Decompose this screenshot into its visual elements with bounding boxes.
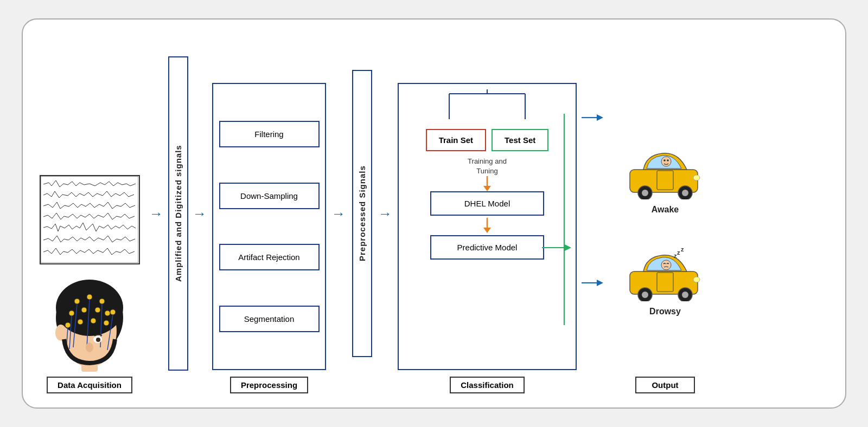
svg-point-11 (105, 310, 110, 316)
svg-point-4 (55, 325, 66, 341)
amplified-signals-label: Amplified and Digitized signals (168, 56, 188, 371)
eeg-head-illustration (43, 269, 136, 374)
top-connector-svg (406, 89, 569, 119)
output-label: Output (635, 377, 694, 393)
classification-inner: Training andTuning DHEL Model (404, 151, 570, 364)
eeg-signal-box (40, 175, 140, 264)
svg-point-45 (642, 190, 648, 196)
predictive-model-box: Predictive Model (430, 235, 544, 260)
awake-car-illustration (627, 145, 703, 199)
preprocessing-label: Preprocessing (230, 377, 308, 393)
svg-marker-35 (483, 228, 491, 233)
dhel-model-box: DHEL Model (430, 191, 544, 216)
arrow-to-awake (582, 111, 603, 124)
svg-point-14 (91, 318, 96, 324)
svg-marker-40 (597, 114, 603, 121)
svg-point-10 (95, 307, 100, 313)
svg-point-27 (96, 338, 100, 342)
preprocessed-signals-label: Preprocessed Signals (352, 70, 372, 357)
svg-point-7 (99, 299, 105, 304)
output-arrows (579, 29, 605, 316)
classification-section: Train Set Test Set Training andTuning (395, 29, 579, 398)
svg-point-5 (74, 299, 80, 304)
svg-marker-37 (565, 244, 571, 251)
svg-point-12 (65, 322, 71, 328)
svg-point-15 (104, 320, 109, 326)
svg-point-52 (667, 159, 669, 161)
svg-point-49 (693, 175, 700, 180)
orange-arrow-2 (481, 218, 494, 233)
svg-point-6 (87, 294, 92, 300)
segmentation-item: Segmentation (219, 306, 320, 332)
arrow-to-drowsy (582, 276, 603, 289)
arrow-presig-to-classif: → (375, 29, 395, 398)
data-acquisition-label: Data Acquisition (47, 377, 132, 393)
svg-point-47 (682, 190, 688, 196)
svg-point-60 (661, 260, 671, 270)
preprocessed-signals-section: Preprocessed Signals (348, 29, 375, 398)
classification-box: Train Set Test Set Training andTuning (398, 83, 577, 370)
downsampling-item: Down-Sampling (219, 183, 320, 209)
filtering-item: Filtering (219, 121, 320, 147)
svg-point-3 (56, 280, 123, 336)
svg-marker-33 (483, 186, 491, 191)
green-arrow-into-predictive (542, 241, 571, 254)
awake-output-item: Awake (627, 145, 703, 215)
test-set-box: Test Set (492, 129, 548, 151)
main-container: Data Acquisition → Amplified and Digitiz… (22, 18, 846, 409)
svg-point-9 (81, 307, 87, 313)
svg-text:z: z (681, 247, 684, 253)
output-section: Awake (605, 29, 725, 398)
preprocessing-box: Filtering Down-Sampling Artifact Rejecti… (212, 83, 326, 370)
svg-point-50 (661, 157, 671, 166)
amplified-signals-section: Amplified and Digitized signals (166, 29, 190, 398)
svg-marker-42 (597, 280, 603, 286)
svg-point-59 (693, 277, 700, 282)
drowsy-car-illustration: z z z (627, 247, 703, 301)
arrow-preproc-to-presig: → (329, 29, 348, 398)
orange-arrow-1 (481, 176, 494, 191)
svg-point-16 (110, 309, 116, 315)
svg-text:z: z (677, 249, 680, 256)
drowsy-label: Drowsy (649, 307, 681, 316)
output-items: Awake (627, 87, 703, 374)
classification-label: Classification (450, 377, 525, 393)
svg-point-51 (663, 159, 666, 161)
data-acquisition-section: Data Acquisition (33, 29, 146, 398)
training-tuning-area: Training andTuning (468, 154, 507, 191)
train-test-row: Train Set Test Set (426, 129, 549, 151)
training-tuning-label: Training andTuning (468, 157, 507, 176)
awake-label: Awake (652, 205, 679, 215)
svg-point-55 (642, 292, 648, 298)
arrow-acq-to-amp: → (146, 29, 166, 398)
artifact-rejection-item: Artifact Rejection (219, 244, 320, 270)
arrow-amp-to-preproc: → (190, 29, 209, 398)
svg-point-13 (78, 319, 83, 325)
train-set-box: Train Set (426, 129, 486, 151)
svg-point-57 (682, 292, 688, 298)
svg-point-25 (86, 342, 93, 352)
svg-point-8 (69, 310, 74, 316)
preprocessing-section: Filtering Down-Sampling Artifact Rejecti… (209, 29, 329, 398)
drowsy-output-item: z z z Drowsy (627, 247, 703, 316)
